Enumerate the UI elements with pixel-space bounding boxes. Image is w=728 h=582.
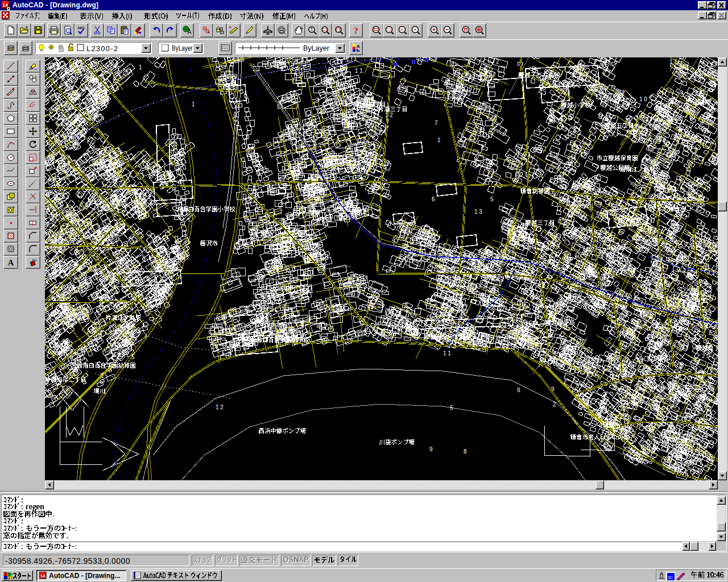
svg-text:3C: 3C [668, 576, 673, 580]
svg-text:1 1: 1 1 [669, 59, 677, 65]
svg-text:1 2: 1 2 [658, 137, 666, 143]
svg-text:9: 9 [468, 59, 471, 65]
svg-text:1: 1 [139, 64, 142, 70]
svg-text:1 1: 1 1 [355, 68, 363, 74]
svg-text:9: 9 [469, 86, 472, 92]
svg-text:2 3: 2 3 [617, 89, 624, 95]
svg-text:6: 6 [432, 196, 435, 202]
svg-text:5: 5 [446, 248, 449, 255]
svg-text:3: 3 [169, 154, 172, 160]
svg-text:7: 7 [324, 307, 327, 314]
svg-text:1 3: 1 3 [474, 209, 482, 215]
svg-text:1: 1 [304, 259, 307, 265]
svg-text:5: 5 [490, 196, 494, 202]
svg-text:9: 9 [429, 446, 433, 452]
svg-text:2: 2 [496, 59, 499, 65]
svg-text:5: 5 [131, 354, 135, 360]
svg-text:9: 9 [551, 386, 555, 392]
svg-text:7: 7 [435, 120, 438, 126]
svg-text:3: 3 [484, 279, 487, 285]
svg-text:5: 5 [450, 405, 453, 411]
svg-text:1: 1 [192, 101, 195, 107]
svg-text:1 2: 1 2 [216, 404, 224, 410]
svg-text:1 0: 1 0 [639, 96, 647, 102]
svg-text:9: 9 [517, 387, 520, 393]
svg-text:1: 1 [315, 316, 318, 322]
svg-text:1 2: 1 2 [366, 303, 374, 309]
svg-text:A: A [8, 258, 14, 267]
svg-text:3: 3 [267, 184, 270, 190]
svg-text:2: 2 [553, 401, 556, 408]
svg-text:14: 14 [40, 573, 46, 579]
svg-text:A: A [357, 44, 360, 49]
svg-text:X: X [400, 27, 404, 32]
svg-text:1: 1 [231, 80, 235, 86]
svg-text:1 2: 1 2 [655, 177, 663, 183]
svg-text:1 2: 1 2 [385, 112, 393, 118]
svg-text:8: 8 [464, 448, 467, 455]
svg-text:8: 8 [577, 343, 580, 349]
svg-text:1: 1 [437, 137, 441, 143]
svg-text:4: 4 [659, 257, 663, 264]
svg-text:2 0: 2 0 [702, 353, 710, 359]
svg-text:6: 6 [133, 296, 136, 302]
svg-text:1: 1 [684, 196, 687, 202]
svg-text:7: 7 [386, 119, 390, 125]
svg-text:1 0: 1 0 [113, 352, 121, 358]
svg-text:5: 5 [148, 196, 152, 202]
svg-text:7: 7 [604, 97, 607, 103]
svg-text:?: ? [354, 26, 358, 35]
svg-text:1 1: 1 1 [443, 350, 451, 356]
svg-text:2: 2 [253, 186, 256, 192]
svg-text:1 3: 1 3 [255, 231, 263, 238]
svg-text:3: 3 [336, 80, 340, 86]
